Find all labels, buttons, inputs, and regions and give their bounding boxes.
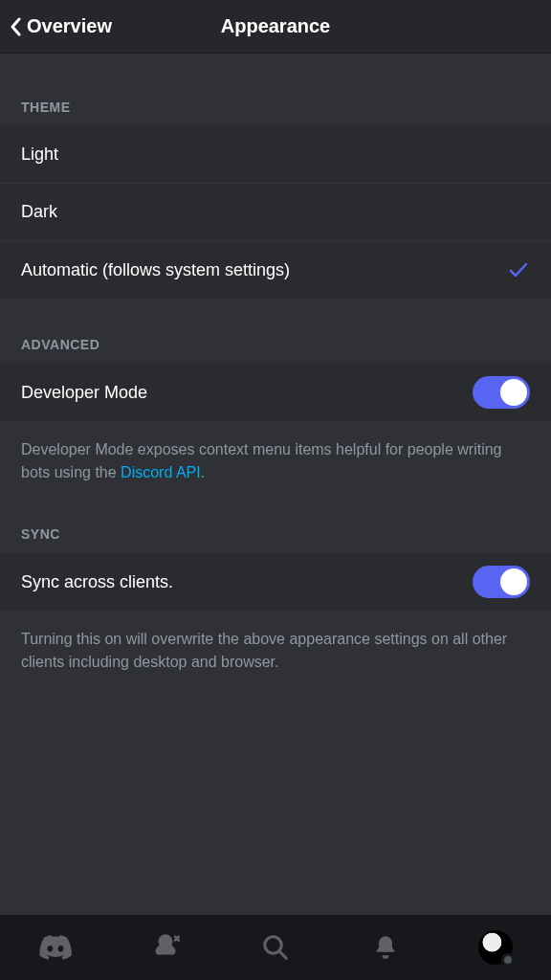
svg-line-1 (279, 951, 286, 958)
chevron-left-icon (10, 17, 21, 36)
section-label-theme: THEME (0, 54, 551, 126)
tab-discord[interactable] (33, 924, 78, 970)
check-icon (507, 258, 530, 281)
back-label: Overview (27, 15, 112, 37)
tab-notifications[interactable] (363, 924, 408, 970)
theme-option-light[interactable]: Light (0, 126, 551, 184)
discord-logo-icon (39, 935, 72, 960)
theme-option-label: Light (21, 145, 58, 165)
sync-description: Turning this on will overwrite the above… (0, 611, 551, 678)
section-label-sync: SYNC (0, 488, 551, 553)
tab-bar (0, 915, 551, 980)
tab-search[interactable] (253, 924, 298, 970)
section-label-advanced: ADVANCED (0, 299, 551, 364)
content-scroll[interactable]: THEME Light Dark Automatic (follows syst… (0, 54, 551, 915)
dev-desc-pre: Developer Mode exposes context menu item… (21, 441, 502, 480)
status-indicator (501, 953, 515, 967)
developer-mode-row[interactable]: Developer Mode (0, 364, 551, 421)
search-icon (261, 933, 290, 962)
developer-mode-toggle[interactable] (473, 376, 530, 409)
sync-across-clients-toggle[interactable] (473, 566, 530, 598)
theme-option-dark[interactable]: Dark (0, 184, 551, 241)
sync-across-clients-row[interactable]: Sync across clients. (0, 553, 551, 611)
avatar-wrap (478, 930, 513, 965)
sync-list: Sync across clients. (0, 553, 551, 611)
theme-option-label: Dark (21, 202, 57, 222)
developer-mode-description: Developer Mode exposes context menu item… (0, 421, 551, 488)
advanced-list: Developer Mode (0, 364, 551, 421)
dev-desc-post: . (201, 464, 205, 480)
theme-list: Light Dark Automatic (follows system set… (0, 126, 551, 299)
toggle-knob (500, 379, 527, 406)
theme-option-label: Automatic (follows system settings) (21, 260, 290, 280)
theme-option-automatic[interactable]: Automatic (follows system settings) (0, 241, 551, 299)
tab-friends[interactable] (143, 924, 188, 970)
toggle-knob (500, 568, 527, 595)
sync-across-clients-label: Sync across clients. (21, 572, 173, 592)
discord-api-link[interactable]: Discord API (121, 464, 201, 480)
friends-icon (150, 933, 181, 962)
header: Overview Appearance (0, 0, 551, 54)
tab-profile[interactable] (473, 924, 518, 970)
bell-icon (372, 933, 399, 962)
developer-mode-label: Developer Mode (21, 383, 147, 403)
back-button[interactable]: Overview (0, 15, 112, 37)
